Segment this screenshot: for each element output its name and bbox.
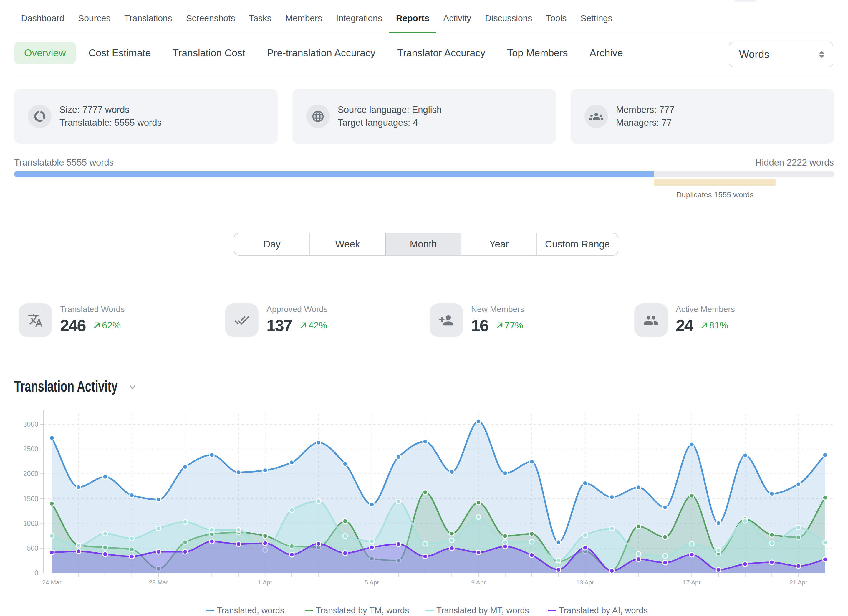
svg-text:24 Mar: 24 Mar bbox=[42, 579, 61, 586]
svg-text:9 Apr: 9 Apr bbox=[471, 579, 486, 586]
svg-text:5 Apr: 5 Apr bbox=[365, 579, 379, 586]
svg-text:Translated by TM, words: Translated by TM, words bbox=[316, 606, 409, 615]
svg-text:Translated by MT, words: Translated by MT, words bbox=[436, 606, 529, 615]
svg-text:28 Mar: 28 Mar bbox=[149, 579, 168, 586]
svg-text:2500: 2500 bbox=[23, 445, 38, 453]
svg-text:2000: 2000 bbox=[23, 470, 38, 478]
svg-text:17 Apr: 17 Apr bbox=[683, 579, 701, 586]
svg-text:0: 0 bbox=[34, 569, 38, 577]
svg-text:3000: 3000 bbox=[23, 420, 38, 428]
svg-text:1500: 1500 bbox=[23, 495, 38, 503]
svg-text:Translated, words: Translated, words bbox=[217, 606, 284, 615]
svg-text:13 Apr: 13 Apr bbox=[576, 579, 594, 586]
svg-text:1 Apr: 1 Apr bbox=[258, 579, 272, 586]
svg-text:1000: 1000 bbox=[23, 520, 38, 527]
svg-text:500: 500 bbox=[27, 545, 38, 552]
svg-text:Translated by AI, words: Translated by AI, words bbox=[559, 606, 648, 615]
svg-text:21 Apr: 21 Apr bbox=[789, 579, 807, 586]
